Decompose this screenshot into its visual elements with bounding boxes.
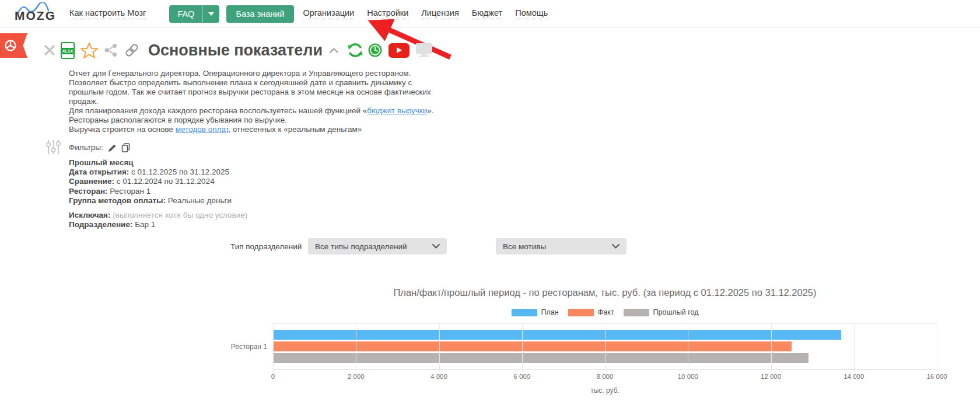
chart-gridline — [356, 324, 356, 372]
chart-xtick-label: 12 000 — [761, 373, 781, 380]
knowledge-base-button[interactable]: База знаний — [226, 5, 293, 23]
filters-sliders-icon — [46, 139, 61, 158]
filter-excluding-row: Исключая: (выполняется хотя бы одно усло… — [69, 211, 247, 220]
history-clock-icon[interactable] — [368, 43, 383, 58]
filter-row: Сравнение: с 01.12.2024 по 31.12.2024 — [69, 177, 247, 186]
filters-panel: Фильтры: Прошлый месяц Дата открытия: с … — [69, 142, 247, 229]
chart-plot — [273, 323, 937, 369]
monitor-icon[interactable] — [415, 43, 433, 58]
chevron-down-icon — [208, 12, 214, 16]
chart-gridline — [605, 324, 606, 372]
faq-button[interactable]: FAQ — [169, 5, 219, 23]
nav-link-license[interactable]: Лицензия — [421, 8, 459, 19]
filters-label: Фильтры: — [69, 143, 103, 152]
favorite-star-icon[interactable] — [80, 42, 98, 59]
share-icon[interactable] — [104, 43, 118, 57]
chart-gridline — [771, 324, 772, 372]
top-nav: MOZG Как настроить Мозг FAQ База знаний … — [0, 0, 980, 28]
filter-row-label: Подразделение: — [69, 220, 132, 229]
nav-link-organizations[interactable]: Организации — [303, 8, 355, 19]
faq-button-label[interactable]: FAQ — [169, 9, 202, 19]
mozg-logo[interactable]: MOZG — [15, 4, 55, 25]
filter-row-value: с 01.12.2024 по 31.12.2024 — [117, 177, 215, 186]
nav-link-settings[interactable]: Настройки — [367, 8, 408, 19]
report-header: XLSX Основные показатели — [44, 37, 433, 63]
legend-item[interactable]: Прошлый год — [624, 308, 699, 316]
filter-row: Ресторан: Ресторан 1 — [69, 187, 247, 196]
description-text: ». — [427, 106, 433, 115]
legend-swatch — [512, 309, 537, 316]
filter-row: Дата открытия: с 01.12.2025 по 31.12.202… — [69, 168, 247, 177]
chart-gridline — [439, 324, 440, 372]
chart-xtick-label: 8 000 — [597, 373, 614, 380]
report-ribbon[interactable] — [0, 33, 27, 58]
chart-xtick-label: 10 000 — [678, 373, 698, 380]
filter-row-value: Реальные деньги — [168, 196, 232, 205]
unit-type-select[interactable]: Все типы подразделений — [308, 238, 447, 254]
chart-xtick-label: 6 000 — [513, 373, 530, 380]
unit-type-label: Тип подразделений — [230, 242, 302, 251]
faq-dropdown-caret[interactable] — [202, 5, 219, 23]
chart-xtick-label: 2 000 — [348, 373, 365, 380]
chart-xtick-label: 4 000 — [430, 373, 447, 380]
chart-bar — [273, 341, 792, 351]
youtube-icon[interactable] — [388, 43, 410, 58]
revenue-budget-link[interactable]: бюджет выручки — [367, 106, 427, 115]
copy-filters-icon[interactable] — [121, 143, 130, 152]
pie-chart-icon — [3, 38, 18, 53]
description-line: Выручка строится на основе методов оплат… — [69, 125, 524, 134]
chart-xtick-label: 0 — [271, 373, 275, 380]
filter-subdivision-row: Подразделение: Бар 1 — [69, 220, 247, 229]
payment-methods-link[interactable]: методов оплат — [176, 125, 229, 134]
chart-xticks: 02 0004 0006 0008 00010 00012 00014 0001… — [273, 369, 937, 381]
filter-row-value: с 01.12.2025 по 31.12.2025 — [131, 168, 229, 176]
chart-legend: ПланФактПрошлый год — [228, 308, 937, 316]
chart-category-label: Ресторан 1 — [228, 323, 273, 369]
xlsx-icon-label: XLSX — [61, 48, 75, 54]
description-line: продаж. — [69, 97, 524, 106]
report-description: Отчет для Генерального директора, Операц… — [69, 69, 524, 134]
legend-label: Прошлый год — [653, 308, 699, 316]
chart-xlabel: тыс. руб. — [273, 386, 937, 395]
chart-gridline — [522, 324, 523, 372]
chart-bar — [273, 330, 841, 340]
filter-row-value: Ресторан 1 — [110, 187, 150, 196]
description-line: Отчет для Генерального директора, Операц… — [69, 69, 524, 78]
filter-period: Прошлый месяц — [69, 158, 247, 168]
chart-xtick-label: 16 000 — [926, 373, 947, 380]
legend-item[interactable]: Факт — [568, 308, 614, 316]
motives-select[interactable]: Все мотивы — [496, 238, 626, 254]
refresh-icon[interactable] — [346, 41, 364, 59]
mozg-logo-text: MOZG — [15, 9, 56, 23]
legend-label: Факт — [598, 308, 614, 316]
chart-gridline — [688, 324, 688, 372]
close-icon[interactable] — [44, 45, 55, 55]
unit-type-select-value: Все типы подразделений — [315, 242, 407, 251]
description-line: Для планирования дохода каждого ресторан… — [69, 106, 524, 116]
chart-xtick-label: 14 000 — [844, 373, 864, 380]
chart-title: План/факт/прошлый период - по ресторанам… — [228, 287, 937, 298]
filter-row-label: Группа методов оплаты: — [69, 196, 166, 205]
description-text: Для планирования дохода каждого ресторан… — [69, 106, 367, 115]
legend-swatch — [568, 309, 594, 316]
description-line: Рестораны располагаются в порядке убыван… — [69, 116, 524, 125]
plan-fact-chart: План/факт/прошлый период - по ресторанам… — [228, 287, 937, 395]
nav-link-setup[interactable]: Как настроить Мозг — [69, 8, 146, 19]
xlsx-export-icon[interactable]: XLSX — [61, 42, 75, 59]
nav-link-budget[interactable]: Бюджет — [472, 8, 502, 19]
motives-select-value: Все мотивы — [503, 242, 546, 251]
chevron-down-icon — [432, 244, 440, 249]
filter-row-label: Дата открытия: — [69, 168, 129, 176]
legend-swatch — [624, 309, 649, 316]
edit-filters-icon[interactable] — [108, 144, 117, 152]
legend-item[interactable]: План — [512, 308, 559, 316]
nav-link-help[interactable]: Помощь — [515, 8, 548, 19]
chart-bar — [273, 353, 808, 363]
link-icon[interactable] — [124, 42, 140, 58]
collapse-chevron-icon[interactable] — [330, 48, 338, 53]
filter-row-label: Сравнение: — [69, 177, 114, 186]
filter-row-label: Ресторан: — [69, 187, 108, 196]
chart-gridline — [937, 324, 937, 372]
description-line: прошлым годом. Так же считает прогноз вы… — [69, 88, 524, 97]
filter-row: Группа методов оплаты: Реальные деньги — [69, 196, 247, 205]
